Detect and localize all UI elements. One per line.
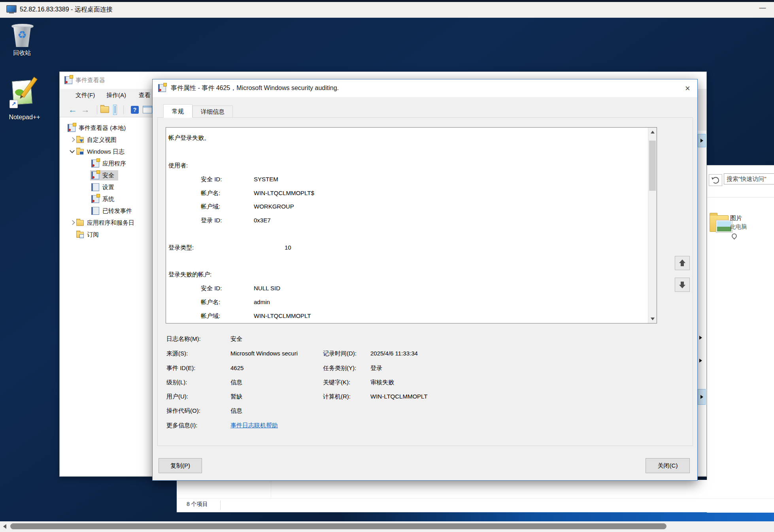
column-divider — [271, 480, 271, 498]
log-icon — [91, 183, 99, 191]
tab-general[interactable]: 常规 — [163, 104, 193, 118]
rdp-title-bar: 52.82.16.83:3389 - 远程桌面连接 — [0, 2, 774, 18]
pictures-item-title[interactable]: 图片 — [730, 214, 742, 222]
notepadpp-shortcut[interactable]: ↗ — [8, 77, 40, 112]
triangle-right-icon[interactable] — [699, 336, 702, 340]
log-icon — [91, 171, 99, 179]
triangle-right-icon[interactable] — [699, 359, 702, 363]
event-log-online-help-link[interactable]: 事件日志联机帮助 — [230, 422, 278, 429]
minimize-button[interactable]: — — [757, 4, 768, 12]
rdp-title-text: 52.82.16.83:3389 - 远程桌面连接 — [20, 6, 113, 14]
status-bar-divider — [177, 498, 774, 499]
opcode-label: 操作代码(O): — [166, 407, 200, 415]
tree-item-custom-views[interactable]: 自定义视图 — [60, 134, 153, 146]
items-count-status: 8 个项目 — [187, 501, 208, 508]
next-event-button[interactable] — [675, 278, 690, 292]
horizontal-scrollbar-thumb[interactable] — [10, 523, 666, 529]
close-icon[interactable]: × — [678, 79, 697, 97]
logon-type-row: 登录类型: 10 — [168, 244, 645, 253]
user-value: 暂缺 — [230, 393, 242, 400]
explorer-search-box[interactable]: 搜索"快速访问" — [724, 173, 774, 184]
window-icon — [115, 106, 115, 113]
strip-button[interactable] — [698, 134, 706, 147]
forward-arrow-icon[interactable]: → — [81, 105, 90, 115]
subject-header: 使用者: — [168, 162, 645, 171]
down-arrow-icon — [679, 281, 686, 288]
event-log-icon — [158, 84, 166, 92]
copy-button[interactable]: 复制(P) — [159, 458, 202, 473]
notepadpp-label: Notepad++ — [4, 114, 45, 121]
more-info-label: 更多信息(I): — [166, 422, 197, 429]
chevron-right-icon[interactable] — [68, 219, 76, 227]
recycle-bin-shortcut[interactable]: ♻ — [10, 23, 34, 48]
event-id-label: 事件 ID(E): — [166, 365, 195, 372]
logged-value: 2025/4/6 11:33:34 — [370, 350, 418, 357]
description-intro: 帐户登录失败。 — [168, 134, 645, 143]
divider — [707, 197, 774, 197]
refresh-button[interactable] — [709, 174, 722, 186]
scroll-down-icon[interactable] — [648, 314, 657, 323]
scroll-up-icon[interactable] — [648, 128, 657, 136]
task-category-label: 任务类别(Y): — [323, 365, 356, 372]
recycle-bin-label: 回收站 — [4, 49, 40, 57]
description-row: 帐户名: WIN-LTQCLMMOPLT$ — [168, 190, 645, 198]
tree-item-security[interactable]: 安全 — [60, 169, 153, 181]
user-label: 用户(U): — [166, 393, 188, 400]
log-name-label: 日志名称(M): — [166, 335, 201, 343]
remote-desktop-screen: 52.82.16.83:3389 - 远程桌面连接 — ♻ 回收站 ↗ Note… — [0, 0, 774, 532]
remote-desktop-icon — [6, 5, 17, 14]
shortcut-arrow-icon: ↗ — [9, 100, 18, 108]
folder-icon — [76, 220, 84, 226]
pin-icon — [731, 232, 738, 239]
description-row: 安全 ID: NULL SID — [168, 285, 645, 293]
console-tree-panel: 事件查看器 (本地) 自定义视图 Windows 日志 应用程序 安全 — [60, 117, 153, 476]
keywords-value: 审核失败 — [370, 379, 394, 386]
tab-details[interactable]: 详细信息 — [193, 105, 233, 118]
help-icon[interactable]: ? — [131, 106, 139, 114]
previous-event-button[interactable] — [675, 256, 690, 270]
scroll-left-icon[interactable] — [3, 524, 6, 529]
pictures-folder-icon[interactable] — [710, 215, 729, 232]
description-row: 帐户域: WIN-LTQCLMMOPLT — [168, 312, 645, 321]
recycle-glyph-icon: ♻ — [10, 29, 34, 41]
scrollbar-thumb[interactable] — [649, 141, 656, 191]
event-properties-dialog: 事件属性 - 事件 4625，Microsoft Windows securit… — [152, 79, 698, 481]
log-icon — [91, 195, 99, 203]
tree-item-forwarded-events[interactable]: 已转发事件 — [60, 205, 153, 217]
toolbar-separator — [97, 105, 97, 114]
menu-action[interactable]: 操作(A) — [106, 92, 126, 99]
close-button[interactable]: 关闭(C) — [646, 458, 690, 473]
tree-item-windows-logs[interactable]: Windows 日志 — [60, 146, 153, 158]
event-viewer-icon — [68, 124, 76, 132]
event-description-box[interactable]: 帐户登录失败。 使用者: 安全 ID: SYSTEM 帐户名: WIN-LTQC… — [166, 127, 657, 323]
triangle-right-icon — [700, 139, 703, 143]
tree-item-setup[interactable]: 设置 — [60, 181, 153, 193]
pictures-item-location: 此电脑 — [730, 224, 747, 231]
failed-account-header: 登录失败的帐户: — [168, 271, 645, 280]
open-saved-log-icon[interactable] — [100, 106, 109, 113]
status-divider — [220, 500, 221, 510]
event-id-value: 4625 — [230, 365, 244, 371]
tree-item-subscriptions[interactable]: 订阅 — [60, 229, 153, 241]
chevron-right-icon[interactable] — [68, 136, 76, 144]
back-arrow-icon[interactable]: ← — [68, 105, 77, 115]
chevron-down-icon[interactable] — [68, 148, 76, 156]
tree-item-event-viewer-local[interactable]: 事件查看器 (本地) — [60, 122, 153, 134]
log-icon — [91, 207, 99, 215]
menu-file[interactable]: 文件(F) — [76, 92, 95, 99]
strip-button-active[interactable] — [698, 389, 706, 405]
menu-view[interactable]: 查看 — [139, 92, 151, 99]
description-scrollbar[interactable] — [648, 128, 657, 323]
computer-value: WIN-LTQCLMMOPLT — [370, 393, 427, 400]
opcode-value: 信息 — [230, 407, 242, 415]
chevron-spacer — [68, 231, 76, 239]
tree-item-applications-services-logs[interactable]: 应用程序和服务日 — [60, 217, 153, 229]
show-console-tree-button[interactable] — [113, 105, 117, 115]
description-row: 登录 ID: 0x3E7 — [168, 217, 645, 226]
triangle-right-icon — [700, 395, 703, 399]
tree-item-application[interactable]: 应用程序 — [60, 158, 153, 169]
window-pane-icon[interactable] — [143, 106, 152, 113]
tree-item-system[interactable]: 系统 — [60, 193, 153, 205]
source-label: 来源(S): — [166, 350, 188, 357]
up-arrow-icon — [679, 259, 686, 267]
